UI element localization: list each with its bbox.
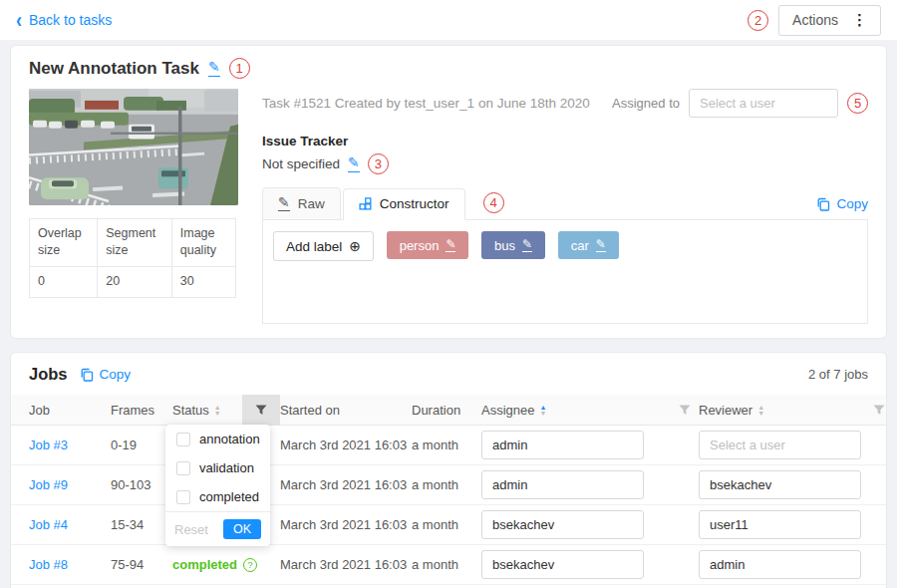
back-to-tasks-link[interactable]: ‹ Back to tasks xyxy=(16,11,112,29)
filter-option-validation-label: validation xyxy=(199,460,254,475)
job-row-8: Job #8 75-94 completed ? March 3rd 2021 … xyxy=(11,545,886,585)
duration-cell: a month xyxy=(412,557,481,572)
add-label-button[interactable]: Add label ⊕ xyxy=(273,231,374,261)
actions-button[interactable]: Actions ⋮ xyxy=(778,5,881,36)
job-row-3: Job #3 0-19 March 3rd 2021 16:03 a month xyxy=(11,426,886,465)
issue-tracker-title: Issue Tracker xyxy=(262,134,868,148)
filter-option-annotation-label: annotation xyxy=(199,432,260,446)
label-chip-person-text: person xyxy=(400,238,440,253)
param-value-quality: 30 xyxy=(171,266,235,297)
edit-label-icon[interactable]: ✎ xyxy=(522,238,532,252)
task-card: New Annotation Task ✎ 1 xyxy=(10,45,887,339)
edit-label-icon[interactable]: ✎ xyxy=(596,238,606,252)
assigned-to-label: Assigned to xyxy=(612,96,680,111)
jobs-card: Jobs Copy 2 of 7 jobs Job Frames Status … xyxy=(10,352,887,588)
plus-circle-icon: ⊕ xyxy=(349,238,361,254)
assignee-input[interactable] xyxy=(481,510,644,539)
frames-cell: 0-19 xyxy=(111,438,172,452)
back-to-tasks-label: Back to tasks xyxy=(29,12,112,28)
reviewer-sorter-icon[interactable]: ▲▼ xyxy=(757,405,764,416)
duration-cell: a month xyxy=(412,438,481,452)
param-header-segment: Segment size xyxy=(98,219,172,267)
job-row-9: Job #9 90-103 March 3rd 2021 16:03 a mon… xyxy=(11,465,886,505)
copy-icon xyxy=(816,197,830,211)
edit-icon: ✎ xyxy=(278,195,290,211)
labels-constructor-pane: Add label ⊕ person ✎ bus ✎ car ✎ xyxy=(262,220,868,324)
col-duration: Duration xyxy=(412,403,481,418)
label-chip-person[interactable]: person ✎ xyxy=(387,231,469,259)
annotation-badge-2: 2 xyxy=(748,10,768,31)
label-chip-car-text: car xyxy=(571,238,589,253)
filter-funnel-icon xyxy=(873,405,885,416)
label-chip-car[interactable]: car ✎ xyxy=(558,231,619,259)
filter-option-validation[interactable]: validation xyxy=(165,453,270,482)
annotation-badge-5: 5 xyxy=(847,93,868,114)
job-link[interactable]: Job #8 xyxy=(29,557,68,572)
filter-reset-button[interactable]: Reset xyxy=(174,522,208,537)
param-header-quality: Image quality xyxy=(171,219,235,267)
edit-issue-tracker-icon[interactable]: ✎ xyxy=(348,155,360,171)
frames-cell: 75-94 xyxy=(111,557,172,572)
job-link[interactable]: Job #9 xyxy=(29,477,68,492)
status-sorter-icon[interactable]: ▲▼ xyxy=(214,405,221,416)
jobs-count: 2 of 7 jobs xyxy=(808,367,868,382)
started-cell: March 3rd 2021 16:03 xyxy=(280,517,412,532)
topbar: ‹ Back to tasks 2 Actions ⋮ xyxy=(0,0,897,40)
col-reviewer[interactable]: Reviewer ▲▼ xyxy=(699,403,870,418)
col-assignee[interactable]: Assignee ▲▼ xyxy=(481,403,671,418)
checkbox-annotation[interactable] xyxy=(176,433,190,446)
actions-label: Actions xyxy=(792,12,838,28)
copy-jobs-link[interactable]: Copy xyxy=(80,367,132,382)
assignee-input[interactable] xyxy=(481,431,644,459)
edit-label-icon[interactable]: ✎ xyxy=(446,238,455,252)
started-cell: March 3rd 2021 16:03 xyxy=(280,438,412,452)
copy-icon xyxy=(80,368,94,382)
status-completed-text: completed xyxy=(172,557,237,572)
reviewer-input[interactable] xyxy=(699,470,861,499)
filter-option-annotation[interactable]: annotation xyxy=(165,425,270,453)
assignee-sorter-icon[interactable]: ▲▼ xyxy=(539,405,546,416)
task-preview-image xyxy=(29,89,238,205)
col-status[interactable]: Status ▲▼ xyxy=(172,403,242,418)
assignee-filter-trigger[interactable] xyxy=(671,395,699,426)
reviewer-input[interactable] xyxy=(699,550,861,579)
question-circle-icon[interactable]: ? xyxy=(243,558,257,572)
duration-cell: a month xyxy=(412,517,481,532)
filter-ok-button[interactable]: OK xyxy=(223,519,261,539)
filter-funnel-icon xyxy=(679,405,691,416)
copy-labels-link[interactable]: Copy xyxy=(816,196,868,211)
filter-option-completed[interactable]: completed xyxy=(165,482,270,511)
tab-raw-label: Raw xyxy=(298,196,325,211)
checkbox-completed[interactable] xyxy=(176,490,190,504)
assignee-input[interactable] xyxy=(481,470,644,499)
job-link[interactable]: Job #4 xyxy=(29,517,68,532)
duration-cell: a month xyxy=(412,477,481,492)
reviewer-input[interactable] xyxy=(699,510,861,539)
label-chip-bus[interactable]: bus ✎ xyxy=(481,231,545,259)
annotation-badge-3: 3 xyxy=(368,153,389,174)
tab-constructor-label: Constructor xyxy=(380,196,449,211)
status-filter-trigger[interactable] xyxy=(242,395,280,426)
tab-raw[interactable]: ✎ Raw xyxy=(262,187,341,220)
frames-cell: 90-103 xyxy=(111,477,172,492)
add-label-text: Add label xyxy=(286,239,342,254)
checkbox-validation[interactable] xyxy=(176,461,190,475)
col-reviewer-label: Reviewer xyxy=(699,403,752,418)
assigned-to-input[interactable] xyxy=(689,89,838,118)
frames-cell: 15-34 xyxy=(111,517,172,532)
filter-option-completed-label: completed xyxy=(199,489,259,504)
reviewer-filter-trigger[interactable] xyxy=(870,395,888,426)
jobs-table-header: Job Frames Status ▲▼ Started on Duration… xyxy=(11,395,886,426)
edit-title-icon[interactable]: ✎ xyxy=(208,60,220,76)
label-chip-bus-text: bus xyxy=(494,238,515,253)
more-vertical-icon: ⋮ xyxy=(852,11,867,29)
reviewer-input[interactable] xyxy=(699,431,861,459)
copy-labels-label: Copy xyxy=(836,196,868,211)
tab-constructor[interactable]: Constructor xyxy=(343,188,465,220)
job-link[interactable]: Job #3 xyxy=(29,438,68,452)
col-started: Started on xyxy=(280,403,412,418)
col-status-label: Status xyxy=(172,403,209,418)
started-cell: March 3rd 2021 16:03 xyxy=(280,557,412,572)
annotation-badge-1: 1 xyxy=(229,58,250,79)
assignee-input[interactable] xyxy=(481,550,644,579)
